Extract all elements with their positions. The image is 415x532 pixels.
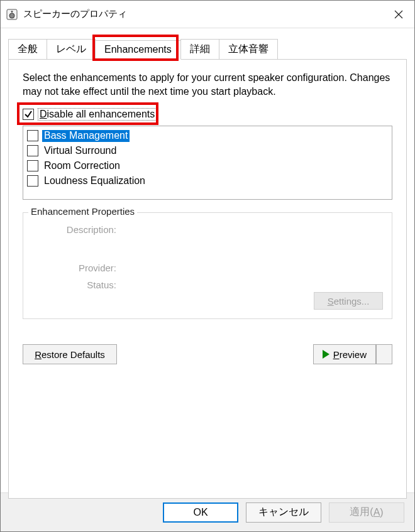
tab-general[interactable]: 全般 xyxy=(8,39,47,60)
checkbox-icon[interactable] xyxy=(27,130,38,141)
enhancement-list[interactable]: Bass Management Virtual Surround Room Co… xyxy=(23,126,392,200)
preview-dropdown[interactable] xyxy=(376,344,392,364)
tab-spatial[interactable]: 立体音響 xyxy=(219,39,278,60)
cancel-button[interactable]: キャンセル xyxy=(246,502,321,523)
tab-panel: Select the enhancements to apply for you… xyxy=(8,59,407,499)
disable-all-label: Disable all enhancements xyxy=(38,108,157,121)
disable-all-checkbox[interactable] xyxy=(23,109,34,120)
list-item-label: Bass Management xyxy=(42,130,130,142)
close-button[interactable] xyxy=(383,1,414,28)
preview-split-button[interactable]: Preview xyxy=(313,344,392,364)
enhancement-properties-group: Enhancement Properties Description: Prov… xyxy=(23,212,392,319)
tab-enhancements[interactable]: Enhancements xyxy=(95,40,181,60)
group-legend: Enhancement Properties xyxy=(28,206,137,217)
property-row: Description: xyxy=(32,224,383,235)
svg-point-1 xyxy=(9,13,14,18)
tab-row: 全般 レベル Enhancements 詳細 立体音響 xyxy=(1,37,414,60)
lower-button-row: Restore Defaults Preview xyxy=(23,344,392,364)
list-item[interactable]: Virtual Surround xyxy=(26,143,389,158)
checkbox-icon[interactable] xyxy=(27,175,38,187)
restore-defaults-button[interactable]: Restore Defaults xyxy=(23,344,117,364)
ok-button[interactable]: OK xyxy=(163,502,238,523)
status-label: Status: xyxy=(32,280,120,290)
checkbox-icon[interactable] xyxy=(27,160,38,171)
apply-button: 適用(A) xyxy=(329,502,404,523)
tab-levels[interactable]: レベル xyxy=(47,39,96,60)
preview-button[interactable]: Preview xyxy=(313,344,376,364)
list-item-label: Room Correction xyxy=(42,160,122,172)
disable-all-row[interactable]: Disable all enhancements xyxy=(23,107,392,122)
svg-point-2 xyxy=(11,11,13,13)
list-item[interactable]: Bass Management xyxy=(26,128,389,143)
play-icon xyxy=(323,350,329,359)
description-label: Description: xyxy=(32,224,120,235)
list-item[interactable]: Loudness Equalization xyxy=(26,173,389,188)
speaker-icon xyxy=(6,8,18,21)
settings-button: Settings... xyxy=(314,292,383,310)
list-item[interactable]: Room Correction xyxy=(26,158,389,173)
checkbox-icon[interactable] xyxy=(27,145,38,156)
title-bar: スピーカーのプロパティ xyxy=(1,1,414,28)
provider-label: Provider: xyxy=(32,263,120,273)
tab-advanced[interactable]: 詳細 xyxy=(180,39,219,60)
list-item-label: Loudness Equalization xyxy=(42,175,147,187)
instruction-text: Select the enhancements to apply for you… xyxy=(23,71,392,98)
property-row: Status: xyxy=(32,280,383,290)
list-item-label: Virtual Surround xyxy=(42,145,118,157)
window-title: スピーカーのプロパティ xyxy=(23,8,383,20)
property-row: Provider: xyxy=(32,263,383,273)
